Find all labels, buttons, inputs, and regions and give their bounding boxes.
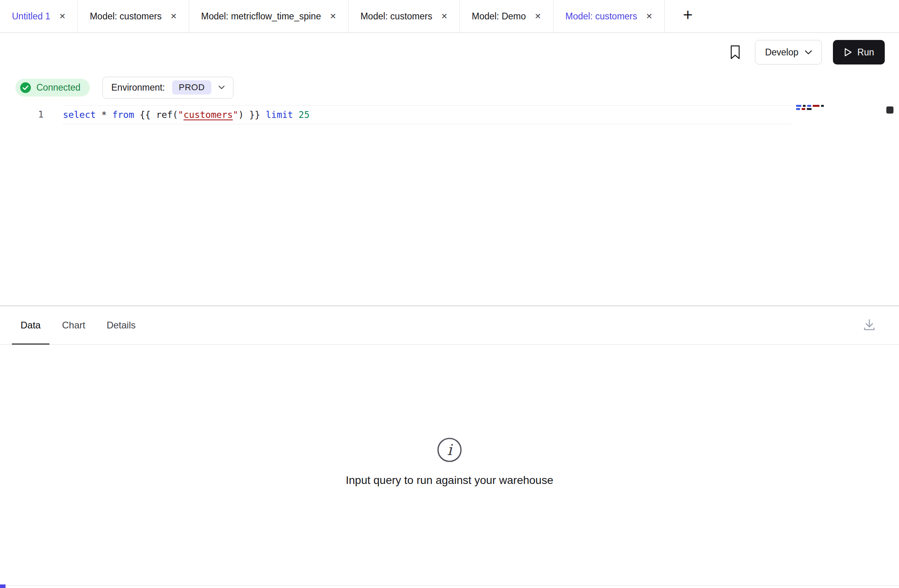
develop-button[interactable]: Develop — [755, 40, 821, 64]
environment-badge: PROD — [172, 80, 212, 95]
toolbar: Develop Run — [0, 33, 899, 72]
tab-label: Data — [21, 320, 41, 331]
new-tab-button[interactable]: + — [679, 7, 697, 26]
chevron-down-icon — [805, 50, 812, 55]
connection-status-badge: Connected — [15, 79, 90, 97]
tab-label: Model: customers — [90, 11, 162, 22]
tab-label: Model: customers — [565, 11, 637, 22]
code-token: {{ — [134, 110, 156, 120]
code-token — [96, 110, 101, 120]
environment-label: Environment: — [111, 82, 165, 93]
empty-state-message: Input query to run against your warehous… — [346, 474, 554, 487]
tab-label: Model: Demo — [472, 11, 526, 22]
dbt-ide-app: { "tab_bar": { "tabs": [ {"label": "Unti… — [0, 0, 899, 588]
tab-label: Model: metricflow_time_spine — [201, 11, 321, 22]
minimap-line — [796, 108, 831, 110]
code-token: * — [101, 110, 107, 120]
close-icon[interactable]: ✕ — [59, 12, 66, 20]
tab-label: Untitled 1 — [12, 11, 50, 22]
code-token: limit — [266, 110, 293, 120]
check-circle-icon — [20, 82, 31, 93]
run-button-label: Run — [857, 47, 874, 58]
svg-text:i: i — [447, 441, 453, 459]
tab-untitled-1[interactable]: Untitled 1 ✕ — [0, 0, 78, 32]
scrollbar-thumb[interactable] — [886, 106, 893, 114]
code-token — [107, 110, 112, 120]
results-panel: Data Chart Details i Input query to run … — [0, 306, 899, 587]
connection-status-label: Connected — [36, 82, 80, 93]
bottom-divider — [0, 585, 899, 586]
tab-data[interactable]: Data — [12, 306, 49, 344]
code-token: ( — [173, 110, 178, 120]
code-token: 25 — [299, 110, 310, 120]
close-icon[interactable]: ✕ — [646, 12, 652, 20]
line-number: 1 — [0, 105, 44, 123]
chevron-down-icon — [218, 85, 225, 89]
code-token — [293, 110, 299, 120]
code-token: select — [63, 110, 96, 120]
code-token: " — [178, 110, 184, 120]
code-token: ref — [156, 110, 173, 120]
tab-model-metricflow-time-spine[interactable]: Model: metricflow_time_spine ✕ — [189, 0, 349, 32]
code-token: from — [112, 110, 134, 120]
tab-label: Model: customers — [360, 11, 432, 22]
connection-bar: Connected Environment: PROD — [0, 72, 899, 103]
code-token: }} — [244, 110, 266, 120]
close-icon[interactable]: ✕ — [441, 12, 448, 20]
environment-selector[interactable]: Environment: PROD — [102, 77, 233, 99]
tab-model-customers-2[interactable]: Model: customers ✕ — [349, 0, 460, 32]
info-icon: i — [436, 437, 463, 463]
develop-button-label: Develop — [765, 47, 798, 58]
status-indicator-fragment — [0, 584, 6, 588]
close-icon[interactable]: ✕ — [170, 12, 177, 20]
tab-label: Chart — [62, 320, 85, 331]
code-token: ) — [238, 110, 244, 120]
tab-label: Details — [106, 320, 135, 331]
tab-model-customers-1[interactable]: Model: customers ✕ — [78, 0, 189, 32]
tab-model-demo[interactable]: Model: Demo ✕ — [460, 0, 554, 32]
bookmark-icon[interactable] — [729, 45, 742, 60]
minimap-line — [796, 105, 831, 107]
run-button[interactable]: Run — [833, 40, 885, 64]
results-tab-bar: Data Chart Details — [0, 306, 899, 345]
code-token-ref-link[interactable]: customers — [184, 110, 233, 120]
tab-details[interactable]: Details — [98, 306, 144, 344]
close-icon[interactable]: ✕ — [330, 12, 336, 20]
tab-model-customers-3[interactable]: Model: customers ✕ — [554, 0, 665, 32]
close-icon[interactable]: ✕ — [535, 12, 541, 20]
editor-tab-bar: Untitled 1 ✕ Model: customers ✕ Model: m… — [0, 0, 899, 33]
play-icon — [844, 47, 852, 57]
empty-state: i Input query to run against your wareho… — [0, 437, 899, 487]
download-icon[interactable] — [862, 317, 877, 332]
minimap[interactable] — [796, 105, 831, 111]
code-token: " — [233, 110, 238, 120]
sql-editor[interactable]: 1 select * from {{ ref("customers") }} l… — [0, 103, 899, 305]
code-line[interactable]: select * from {{ ref("customers") }} lim… — [63, 105, 792, 124]
tab-chart[interactable]: Chart — [53, 306, 94, 344]
